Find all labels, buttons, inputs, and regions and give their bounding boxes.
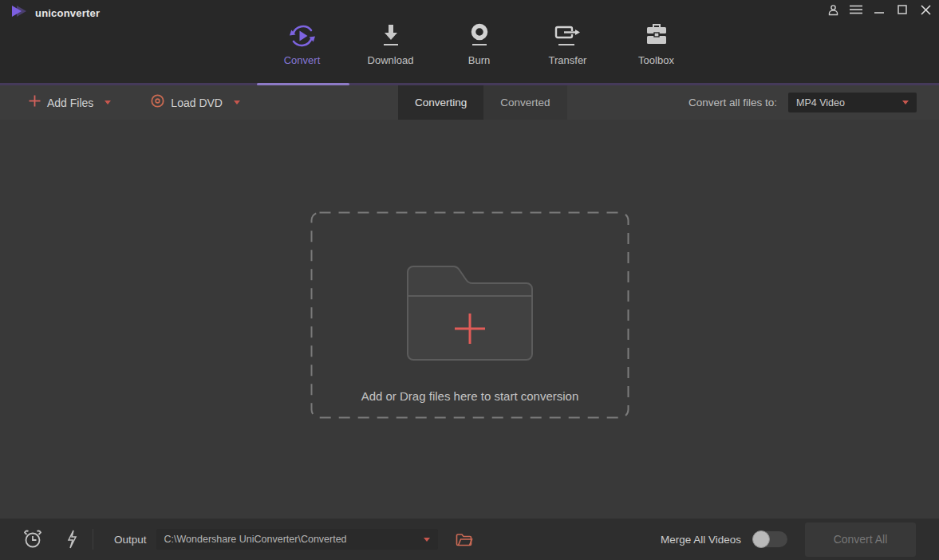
play-logo-icon [10, 5, 28, 21]
account-icon[interactable] [826, 3, 840, 16]
main-nav: Convert Download [0, 19, 939, 80]
high-speed-bolt-icon[interactable] [65, 530, 78, 549]
add-files-button[interactable]: Add Files [29, 95, 111, 110]
load-dvd-label: Load DVD [171, 97, 223, 109]
output-path-dropdown-arrow-icon[interactable] [424, 538, 430, 542]
tab-transfer-label: Transfer [549, 54, 587, 66]
convert-all-files-to-label: Convert all files to: [688, 97, 777, 108]
plus-icon [29, 95, 41, 110]
output-path-value: C:\Wondershare UniConverter\Converted [164, 534, 419, 545]
window-controls [826, 3, 933, 16]
download-arrow-icon [379, 19, 403, 53]
tab-transfer[interactable]: Transfer [542, 19, 594, 80]
merge-all-videos-label: Merge All Videos [661, 534, 741, 546]
close-icon[interactable] [918, 3, 933, 16]
output-format-value: MP4 Video [796, 97, 898, 108]
output-path-field[interactable]: C:\Wondershare UniConverter\Converted [156, 529, 438, 550]
tab-convert-label: Convert [284, 54, 321, 66]
header: uniconverter [0, 0, 939, 83]
open-output-folder-icon[interactable] [456, 532, 473, 546]
output-label: Output [114, 534, 147, 546]
tab-converted[interactable]: Converted [483, 85, 566, 120]
footer-divider [93, 529, 93, 550]
add-files-dropdown-arrow-icon[interactable] [105, 101, 111, 105]
tab-burn[interactable]: Burn [454, 19, 505, 80]
tab-download[interactable]: Download [365, 19, 416, 80]
tab-convert[interactable]: Convert [277, 19, 328, 80]
tab-download-label: Download [368, 54, 414, 66]
maximize-icon[interactable] [895, 3, 909, 16]
device-arrow-icon [554, 19, 582, 53]
add-folder-icon[interactable] [400, 253, 540, 369]
merge-toggle-knob [752, 530, 770, 548]
app-title: uniconverter [35, 7, 100, 19]
load-dvd-button[interactable]: Load DVD [151, 94, 240, 111]
disc-icon [468, 19, 491, 53]
main-area: Add or Drag files here to start conversi… [0, 120, 939, 519]
dvd-disc-icon [151, 94, 164, 111]
tab-converting[interactable]: Converting [398, 85, 483, 120]
format-dropdown-arrow-icon [902, 101, 909, 105]
convert-all-button[interactable]: Convert All [805, 523, 916, 557]
schedule-clock-icon[interactable] [22, 529, 43, 550]
app-logo: uniconverter [10, 5, 100, 21]
output-format-select[interactable]: MP4 Video [788, 93, 917, 112]
tab-toolbox-label: Toolbox [638, 54, 674, 66]
tab-burn-label: Burn [468, 54, 490, 66]
briefcase-icon [645, 19, 669, 53]
load-dvd-dropdown-arrow-icon[interactable] [234, 101, 240, 105]
add-files-label: Add Files [47, 97, 93, 109]
merge-toggle[interactable] [752, 531, 787, 547]
menu-icon[interactable] [849, 3, 863, 16]
toolbar: Add Files Load DVD Converting Converted … [0, 85, 939, 120]
tab-toolbox[interactable]: Toolbox [631, 19, 682, 80]
view-tabs: Converting Converted [398, 85, 567, 120]
dropzone-hint-text: Add or Drag files here to start conversi… [310, 389, 629, 403]
file-dropzone[interactable]: Add or Drag files here to start conversi… [310, 211, 629, 419]
convert-sync-play-icon [288, 19, 317, 53]
footer-bar: Output C:\Wondershare UniConverter\Conve… [0, 519, 939, 560]
minimize-icon[interactable] [872, 3, 886, 16]
